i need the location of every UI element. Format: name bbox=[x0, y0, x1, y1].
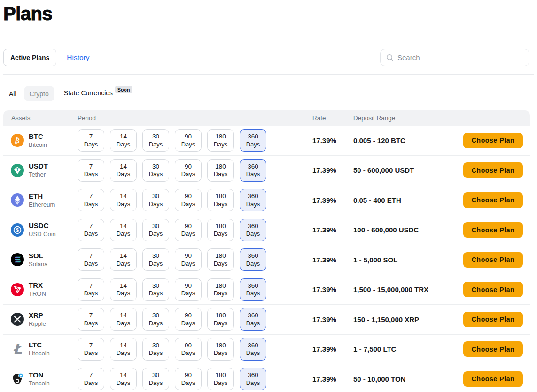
period-30-days-ton[interactable]: 30Days bbox=[142, 368, 169, 390]
period-7-days-trx[interactable]: 7Days bbox=[78, 278, 104, 301]
period-90-days-eth[interactable]: 90Days bbox=[175, 189, 202, 211]
btc-icon: ₿ bbox=[11, 134, 24, 147]
period-360-days-trx[interactable]: 360Days bbox=[240, 278, 266, 301]
plan-row-usdc: $ USDC USD Coin 7Days14Days30Days90Days1… bbox=[3, 215, 530, 246]
period-360-days-usdt[interactable]: 360Days bbox=[240, 159, 266, 182]
period-30-days-sol[interactable]: 30Days bbox=[142, 248, 169, 271]
tab-history[interactable]: History bbox=[67, 54, 89, 62]
asset-cell: ₿ BTC Bitcoin bbox=[3, 132, 78, 149]
period-7-days-btc[interactable]: 7Days bbox=[78, 129, 104, 152]
period-14-days-sol[interactable]: 14Days bbox=[110, 248, 137, 271]
period-90-days-btc[interactable]: 90Days bbox=[175, 129, 202, 152]
period-360-days-btc[interactable]: 360Days bbox=[240, 129, 266, 152]
period-14-days-ton[interactable]: 14Days bbox=[110, 368, 137, 390]
choose-plan-button-usdt[interactable]: Choose Plan bbox=[463, 162, 523, 178]
coin-name: Bitcoin bbox=[29, 141, 47, 149]
period-7-days-usdt[interactable]: 7Days bbox=[78, 159, 104, 182]
period-360-days-eth[interactable]: 360Days bbox=[240, 189, 266, 211]
choose-plan-button-eth[interactable]: Choose Plan bbox=[463, 192, 523, 208]
choose-plan-button-sol[interactable]: Choose Plan bbox=[463, 252, 523, 268]
period-14-days-trx[interactable]: 14Days bbox=[110, 278, 137, 301]
period-options: 7Days14Days30Days90Days180Days360Days bbox=[78, 129, 312, 152]
period-180-days-xrp[interactable]: 180Days bbox=[207, 308, 234, 331]
period-7-days-sol[interactable]: 7Days bbox=[78, 248, 104, 271]
period-30-days-usdc[interactable]: 30Days bbox=[142, 219, 169, 241]
period-30-days-eth[interactable]: 30Days bbox=[142, 189, 169, 211]
period-30-days-ltc[interactable]: 30Days bbox=[142, 338, 169, 361]
period-180-days-ton[interactable]: 180Days bbox=[207, 368, 234, 390]
search-icon bbox=[386, 54, 394, 61]
choose-plan-button-ltc[interactable]: Choose Plan bbox=[463, 341, 523, 357]
period-7-days-eth[interactable]: 7Days bbox=[78, 189, 104, 211]
svg-text:$: $ bbox=[16, 227, 19, 233]
deposit-range: 1 - 7,500 LTC bbox=[353, 345, 463, 353]
tab-active-plans[interactable]: Active Plans bbox=[3, 49, 56, 66]
choose-plan-button-ton[interactable]: Choose Plan bbox=[463, 371, 523, 387]
period-360-days-ltc[interactable]: 360Days bbox=[240, 338, 266, 361]
page-title: Plans bbox=[3, 3, 534, 24]
period-360-days-xrp[interactable]: 360Days bbox=[240, 308, 266, 331]
period-180-days-ltc[interactable]: 180Days bbox=[207, 338, 234, 361]
period-30-days-usdt[interactable]: 30Days bbox=[142, 159, 169, 182]
period-360-days-usdc[interactable]: 360Days bbox=[240, 219, 266, 241]
period-30-days-btc[interactable]: 30Days bbox=[142, 129, 169, 152]
period-14-days-btc[interactable]: 14Days bbox=[110, 129, 137, 152]
coin-symbol: TON bbox=[29, 371, 50, 380]
period-14-days-usdc[interactable]: 14Days bbox=[110, 219, 137, 241]
plan-row-ton: TON Toncoin 7Days14Days30Days90Days180Da… bbox=[3, 364, 530, 392]
header-deposit: Deposit Range bbox=[353, 115, 463, 122]
svg-text:Ł: Ł bbox=[13, 343, 22, 356]
period-90-days-ltc[interactable]: 90Days bbox=[175, 338, 202, 361]
choose-plan-button-xrp[interactable]: Choose Plan bbox=[463, 312, 523, 327]
rate-value: 17.39% bbox=[312, 256, 353, 264]
period-360-days-sol[interactable]: 360Days bbox=[240, 248, 266, 271]
period-90-days-xrp[interactable]: 90Days bbox=[175, 308, 202, 331]
period-7-days-ltc[interactable]: 7Days bbox=[78, 338, 104, 361]
period-90-days-usdt[interactable]: 90Days bbox=[175, 159, 202, 182]
period-180-days-sol[interactable]: 180Days bbox=[207, 248, 234, 271]
period-360-days-ton[interactable]: 360Days bbox=[240, 368, 266, 390]
period-90-days-sol[interactable]: 90Days bbox=[175, 248, 202, 271]
period-180-days-eth[interactable]: 180Days bbox=[207, 189, 234, 211]
deposit-range: 1,500 - 15,000,000 TRX bbox=[353, 285, 463, 293]
period-7-days-xrp[interactable]: 7Days bbox=[78, 308, 104, 331]
plan-row-trx: TRX TRON 7Days14Days30Days90Days180Days3… bbox=[3, 275, 530, 305]
period-14-days-xrp[interactable]: 14Days bbox=[110, 308, 137, 331]
period-180-days-btc[interactable]: 180Days bbox=[207, 129, 234, 152]
choose-plan-button-usdc[interactable]: Choose Plan bbox=[463, 222, 523, 238]
period-30-days-xrp[interactable]: 30Days bbox=[142, 308, 169, 331]
period-14-days-ltc[interactable]: 14Days bbox=[110, 338, 137, 361]
rate-value: 17.39% bbox=[312, 226, 353, 234]
period-180-days-usdc[interactable]: 180Days bbox=[207, 219, 234, 241]
filter-crypto[interactable]: Crypto bbox=[24, 86, 54, 101]
asset-cell: ETH Ethereum bbox=[3, 192, 78, 208]
coin-symbol: USDC bbox=[29, 222, 56, 231]
coin-name: USD Coin bbox=[29, 231, 56, 238]
choose-plan-button-trx[interactable]: Choose Plan bbox=[463, 282, 523, 297]
sol-icon bbox=[11, 253, 24, 266]
period-14-days-eth[interactable]: 14Days bbox=[110, 189, 137, 211]
trx-icon bbox=[11, 283, 24, 296]
period-7-days-usdc[interactable]: 7Days bbox=[78, 219, 104, 241]
period-30-days-trx[interactable]: 30Days bbox=[142, 278, 169, 301]
plan-row-usdt: T USDT Tether 7Days14Days30Days90Days180… bbox=[3, 156, 530, 186]
period-180-days-trx[interactable]: 180Days bbox=[207, 278, 234, 301]
period-180-days-usdt[interactable]: 180Days bbox=[207, 159, 234, 182]
period-90-days-ton[interactable]: 90Days bbox=[175, 368, 202, 390]
period-90-days-trx[interactable]: 90Days bbox=[175, 278, 202, 301]
filter-all[interactable]: All bbox=[3, 86, 22, 101]
choose-plan-button-btc[interactable]: Choose Plan bbox=[463, 133, 523, 148]
period-options: 7Days14Days30Days90Days180Days360Days bbox=[78, 219, 312, 241]
plan-row-xrp: XRP Ripple 7Days14Days30Days90Days180Day… bbox=[3, 305, 530, 335]
filter-state-currencies[interactable]: State CurrenciesSoon bbox=[64, 86, 132, 101]
search-box[interactable] bbox=[380, 49, 529, 66]
deposit-range: 150 - 1,150,000 XRP bbox=[353, 315, 463, 323]
usdt-icon: T bbox=[11, 164, 24, 177]
period-options: 7Days14Days30Days90Days180Days360Days bbox=[78, 338, 312, 361]
asset-filters: All Crypto State CurrenciesSoon bbox=[3, 86, 534, 101]
period-90-days-usdc[interactable]: 90Days bbox=[175, 219, 202, 241]
period-7-days-ton[interactable]: 7Days bbox=[78, 368, 104, 390]
search-input[interactable] bbox=[397, 54, 523, 61]
period-14-days-usdt[interactable]: 14Days bbox=[110, 159, 137, 182]
tabs-row: Active Plans History bbox=[3, 49, 534, 66]
